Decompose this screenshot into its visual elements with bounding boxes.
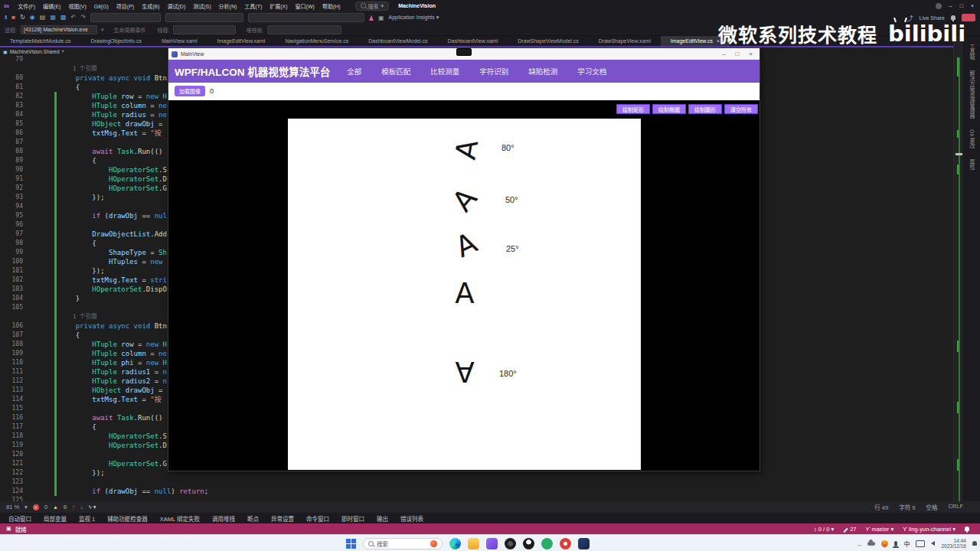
button-绘制矩形[interactable]: 绘制矩形 xyxy=(616,104,650,114)
side-tab-Git 更改[interactable]: Git 更改 xyxy=(968,129,975,148)
panel-tab-自动窗口[interactable]: 自动窗口 xyxy=(3,514,37,523)
scrollbar-thumb[interactable] xyxy=(956,153,962,155)
panel-tab-调用堆栈[interactable]: 调用堆栈 xyxy=(207,514,240,523)
panel-tab-即时窗口[interactable]: 即时窗口 xyxy=(336,514,370,523)
breadcrumb[interactable]: ▣ MachineVision.Shared ▾ xyxy=(0,47,64,55)
menu-item-11[interactable]: 扩展(X) xyxy=(266,4,291,9)
error-count[interactable]: 0 xyxy=(44,504,47,510)
tab-TemplateMatchModule.cs[interactable]: TemplateMatchModule.cs xyxy=(0,36,80,46)
prev-issue-icon[interactable]: ↑ xyxy=(72,504,75,510)
menu-item-1[interactable]: 文件(F) xyxy=(14,4,39,9)
warning-icon[interactable]: ▲ xyxy=(53,504,58,510)
menu-item-12[interactable]: 窗口(W) xyxy=(292,4,318,9)
open-folder-icon[interactable]: ▤ xyxy=(40,15,46,21)
editor-scrollbar[interactable] xyxy=(953,36,964,501)
volume-icon[interactable] xyxy=(931,541,935,546)
xaml-hot-reload-icon[interactable] xyxy=(369,15,374,21)
menu-item-5[interactable]: 项目(P) xyxy=(113,4,138,9)
side-tab-工具箱[interactable]: 工具箱 xyxy=(968,44,975,60)
menu-item-13[interactable]: 帮助(H) xyxy=(318,4,345,9)
nav-item-全部[interactable]: 全部 xyxy=(347,66,361,77)
panel-tab-XAML 绑定失败[interactable]: XAML 绑定失败 xyxy=(155,514,205,523)
side-tab-解决方案资源管理器[interactable]: 解决方案资源管理器 xyxy=(968,70,975,119)
nav-item-字符识别[interactable]: 字符识别 xyxy=(479,66,508,77)
tab-DrawShapeView.xaml[interactable]: DrawShapeView.xaml xyxy=(589,36,661,46)
button-绘制椭圆[interactable]: 绘制椭圆 xyxy=(652,104,686,114)
button-绘制圆形[interactable]: 绘制圆形 xyxy=(688,104,722,114)
tray-expand-icon[interactable]: ︿ xyxy=(857,540,861,547)
ime-indicator[interactable]: 中 xyxy=(903,540,910,548)
menu-item-10[interactable]: 工具(T) xyxy=(240,4,266,9)
cloud-sync-icon[interactable] xyxy=(867,542,875,546)
menu-item-3[interactable]: 视图(V) xyxy=(64,4,90,9)
recorder-app-icon[interactable] xyxy=(505,538,516,549)
close-button[interactable]: × xyxy=(971,3,974,8)
errors-icon[interactable]: × xyxy=(33,504,39,510)
panel-tab-异常设置[interactable]: 异常设置 xyxy=(266,514,299,523)
nav-item-比较测量[interactable]: 比较测量 xyxy=(430,66,459,77)
stack-frame-combobox[interactable] xyxy=(267,25,341,34)
screen-record-icon[interactable] xyxy=(560,538,571,549)
hot-reload-icon[interactable]: ϟ ▾ xyxy=(89,504,96,510)
app-maximize-button[interactable]: □ xyxy=(735,51,739,57)
code-line[interactable]: 125 xyxy=(0,496,953,501)
app-close-button[interactable]: × xyxy=(749,51,753,57)
tab-ImageEditView.xaml[interactable]: ImageEditView.xaml xyxy=(207,36,275,46)
app-minimize-button[interactable]: – xyxy=(722,51,725,57)
display-icon[interactable] xyxy=(916,540,925,547)
redo-icon[interactable]: ↷ xyxy=(80,15,86,21)
menu-item-9[interactable]: 分析(N) xyxy=(215,4,241,9)
show-output-icon[interactable]: ◉ xyxy=(30,15,35,21)
menu-item-7[interactable]: 调试(D) xyxy=(164,4,190,9)
repo-selector[interactable]: ϒ ling-yun-channel ▾ xyxy=(903,526,956,533)
menu-item-8[interactable]: 测试(S) xyxy=(189,4,214,9)
thread-combobox[interactable] xyxy=(173,25,236,34)
tab-DashboardViewModel.cs[interactable]: DashboardViewModel.cs xyxy=(358,36,437,46)
process-combobox[interactable]: [43128] MachineVision.exe xyxy=(21,25,97,34)
tab-NavigationMenuService.cs[interactable]: NavigationMenuService.cs xyxy=(275,36,358,46)
tab-DrawingObjectInfo.cs[interactable]: DrawingObjectInfo.cs xyxy=(80,36,152,46)
branch-selector[interactable]: ϒ master ▾ xyxy=(866,526,894,533)
save-icon[interactable]: ▦ xyxy=(50,15,56,21)
next-issue-icon[interactable]: ↓ xyxy=(80,504,83,510)
nav-item-模板匹配[interactable]: 模板匹配 xyxy=(381,66,410,77)
code-line[interactable]: 124 if (drawObj == null) return; xyxy=(0,487,953,496)
panel-tab-监视 1[interactable]: 监视 1 xyxy=(74,514,100,523)
panel-tab-断点[interactable]: 断点 xyxy=(242,514,264,523)
edge-browser-icon[interactable] xyxy=(449,538,461,549)
sync-status[interactable]: ↕ 0 / 0 ▾ xyxy=(814,526,834,533)
menu-item-4[interactable]: Git(G) xyxy=(90,4,113,9)
button-清空所有[interactable]: 清空所有 xyxy=(724,104,758,114)
tab-DrawShapeViewModel.cs[interactable]: DrawShapeViewModel.cs xyxy=(508,36,589,46)
tab-DashboardView.xaml[interactable]: DashboardView.xaml xyxy=(438,36,508,46)
window-layout-icon[interactable]: ▣ xyxy=(378,15,384,21)
taskbar-search[interactable]: 搜索 xyxy=(363,538,443,549)
panel-tab-错误列表[interactable]: 错误列表 xyxy=(395,514,429,523)
platform-combobox[interactable] xyxy=(248,13,364,22)
nav-item-缺陷检测[interactable]: 缺陷检测 xyxy=(528,66,557,77)
maximize-button[interactable]: □ xyxy=(960,3,963,8)
download-app-icon[interactable] xyxy=(881,540,888,547)
app-insights-button[interactable]: Application Insights ▾ xyxy=(389,15,439,21)
stop-icon[interactable]: ■ xyxy=(11,15,15,21)
warning-count[interactable]: 6 xyxy=(64,504,67,510)
load-image-button[interactable]: 加载图像 xyxy=(175,86,205,96)
panel-tab-输出[interactable]: 输出 xyxy=(371,514,394,523)
audio-app-icon[interactable] xyxy=(486,538,498,549)
panel-tab-辅助功能检查器[interactable]: 辅助功能检查器 xyxy=(102,514,153,523)
undo-icon[interactable]: ↶ xyxy=(71,15,77,21)
zoom-level[interactable]: 81 % xyxy=(6,504,19,510)
code-line[interactable]: 123 xyxy=(0,478,953,487)
nav-item-学习文档[interactable]: 学习文档 xyxy=(577,66,606,77)
file-explorer-icon[interactable] xyxy=(468,538,479,549)
notifications-bell-icon[interactable] xyxy=(965,527,969,531)
tray-notifications-icon[interactable] xyxy=(972,541,977,546)
qq-icon[interactable] xyxy=(523,538,534,549)
taskbar-clock[interactable]: 14:442023/12/16 xyxy=(941,538,966,549)
minimize-button[interactable]: – xyxy=(949,3,952,8)
ide-search-box[interactable]: 搜索 ▾ xyxy=(355,2,390,11)
menu-item-6[interactable]: 生成(B) xyxy=(138,4,163,9)
menu-item-2[interactable]: 编辑(E) xyxy=(39,4,64,9)
pending-edits[interactable]: 27 xyxy=(843,526,856,533)
capture-app-icon[interactable] xyxy=(578,538,590,549)
